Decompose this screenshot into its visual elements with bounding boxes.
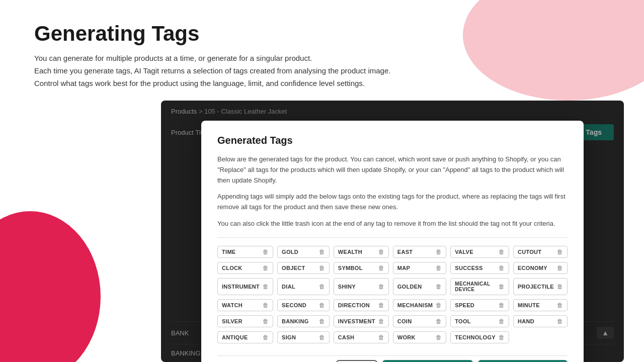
tag-chip: MECHANICAL DEVICE🗑 [450, 278, 509, 295]
tag-chip: INVESTMENT🗑 [334, 315, 389, 327]
close-button[interactable]: Close [336, 360, 377, 362]
tag-chip: CUTOUT🗑 [513, 246, 568, 258]
tag-delete-button[interactable]: 🗑 [433, 334, 442, 340]
replace-tags-button[interactable]: Save & Replace Tags [382, 360, 473, 362]
tag-chip: BANKING🗑 [277, 315, 330, 327]
tag-label: GOLDEN [397, 284, 422, 290]
page-description: You can generate for multiple products a… [34, 52, 390, 89]
tag-label: CLOCK [222, 265, 243, 271]
tag-delete-button[interactable]: 🗑 [496, 302, 505, 308]
tag-label: SECOND [282, 302, 306, 308]
header-section: Generating Tags You can generate for mul… [34, 22, 390, 89]
tag-delete-button[interactable]: 🗑 [375, 318, 384, 324]
tag-delete-button[interactable]: 🗑 [554, 284, 563, 290]
tag-delete-button[interactable]: 🗑 [375, 265, 384, 271]
tag-label: DIAL [282, 284, 295, 290]
tag-label: INSTRUMENT [222, 284, 260, 290]
tag-delete-button[interactable]: 🗑 [433, 302, 442, 308]
modal-divider [217, 237, 568, 238]
tag-chip: GOLD🗑 [277, 246, 330, 258]
tag-delete-button[interactable]: 🗑 [496, 318, 505, 324]
tag-chip: ECONOMY🗑 [513, 262, 568, 274]
tag-label: SUCCESS [455, 265, 482, 271]
tag-delete-button[interactable]: 🗑 [260, 334, 269, 340]
tag-label: TECHNOLOGY [455, 334, 496, 340]
tag-label: MECHANISM [397, 302, 433, 308]
tag-delete-button[interactable]: 🗑 [375, 249, 384, 255]
tag-label: MAP [397, 265, 410, 271]
tag-delete-button[interactable]: 🗑 [433, 318, 442, 324]
tag-delete-button[interactable]: 🗑 [260, 318, 269, 324]
bg-decoration-red [0, 211, 101, 362]
tag-delete-button[interactable]: 🗑 [316, 302, 325, 308]
tag-chip: MAP🗑 [393, 262, 447, 274]
tag-delete-button[interactable]: 🗑 [496, 265, 505, 271]
tag-label: SILVER [222, 318, 243, 324]
modal-desc-3: You can also click the little trash icon… [217, 219, 568, 229]
tag-delete-button[interactable]: 🗑 [375, 284, 384, 290]
tag-delete-button[interactable]: 🗑 [260, 284, 269, 290]
tag-chip: CASH🗑 [334, 331, 389, 343]
tag-chip: SYMBOL🗑 [334, 262, 389, 274]
generated-tags-modal: Generated Tags Below are the generated t… [201, 121, 584, 362]
tag-label: BANKING [282, 318, 308, 324]
tag-label: PROJECTILE [518, 284, 554, 290]
tag-label: ANTIQUE [222, 334, 248, 340]
tag-delete-button[interactable]: 🗑 [554, 302, 563, 308]
tag-chip: PROJECTILE🗑 [513, 278, 568, 295]
tag-delete-button[interactable]: 🗑 [316, 318, 325, 324]
tag-label: OBJECT [282, 265, 305, 271]
modal-title: Generated Tags [217, 135, 568, 146]
app-area: Products > 105 - Classic Leather Jacket … [161, 101, 624, 362]
tag-chip: WATCH🗑 [217, 299, 273, 311]
tag-delete-button[interactable]: 🗑 [554, 265, 563, 271]
tag-chip: SILVER🗑 [217, 315, 273, 327]
tag-label: TIME [222, 249, 235, 255]
tag-delete-button[interactable]: 🗑 [316, 334, 325, 340]
tag-label: WORK [397, 334, 416, 340]
modal-desc-1: Below are the generated tags for the pro… [217, 154, 568, 186]
tag-label: DIRECTION [338, 302, 370, 308]
tag-delete-button[interactable]: 🗑 [260, 265, 269, 271]
tag-chip: SECOND🗑 [277, 299, 330, 311]
tag-chip: VALVE🗑 [450, 246, 509, 258]
tag-chip: SPEED🗑 [450, 299, 509, 311]
tag-label: SHINY [338, 284, 356, 290]
tag-chip: DIRECTION🗑 [334, 299, 389, 311]
tag-chip: DIAL🗑 [277, 278, 330, 295]
tag-delete-button[interactable]: 🗑 [496, 334, 505, 340]
tag-delete-button[interactable]: 🗑 [433, 249, 442, 255]
tag-label: CASH [338, 334, 354, 340]
tag-delete-button[interactable]: 🗑 [316, 249, 325, 255]
tag-chip: CLOCK🗑 [217, 262, 273, 274]
page-title: Generating Tags [34, 22, 390, 45]
tag-label: TOOL [455, 318, 471, 324]
tag-delete-button[interactable]: 🗑 [496, 249, 505, 255]
tag-chip: TIME🗑 [217, 246, 273, 258]
tag-chip: COIN🗑 [393, 315, 447, 327]
tag-delete-button[interactable]: 🗑 [260, 249, 269, 255]
tag-delete-button[interactable]: 🗑 [433, 284, 442, 290]
tag-delete-button[interactable]: 🗑 [554, 318, 563, 324]
tag-delete-button[interactable]: 🗑 [260, 302, 269, 308]
tag-chip: INSTRUMENT🗑 [217, 278, 273, 295]
tag-label: MINUTE [518, 302, 540, 308]
tag-delete-button[interactable]: 🗑 [375, 302, 384, 308]
tag-chip: EAST🗑 [393, 246, 447, 258]
tag-label: SIGN [282, 334, 296, 340]
tag-label: COIN [397, 318, 412, 324]
tag-delete-button[interactable]: 🗑 [433, 265, 442, 271]
tag-label: HAND [518, 318, 534, 324]
tag-delete-button[interactable]: 🗑 [375, 334, 384, 340]
tag-delete-button[interactable]: 🗑 [316, 284, 325, 290]
modal-overlay: Generated Tags Below are the generated t… [161, 101, 624, 362]
tag-chip: OBJECT🗑 [277, 262, 330, 274]
append-tags-button[interactable]: Save & Append Tags [478, 360, 568, 362]
tag-label: MECHANICAL DEVICE [455, 281, 496, 292]
tag-label: CUTOUT [518, 249, 541, 255]
tag-delete-button[interactable]: 🗑 [316, 265, 325, 271]
tag-label: EAST [397, 249, 413, 255]
tag-chip: TECHNOLOGY🗑 [450, 331, 509, 343]
tag-delete-button[interactable]: 🗑 [554, 249, 563, 255]
tag-delete-button[interactable]: 🗑 [496, 284, 505, 290]
